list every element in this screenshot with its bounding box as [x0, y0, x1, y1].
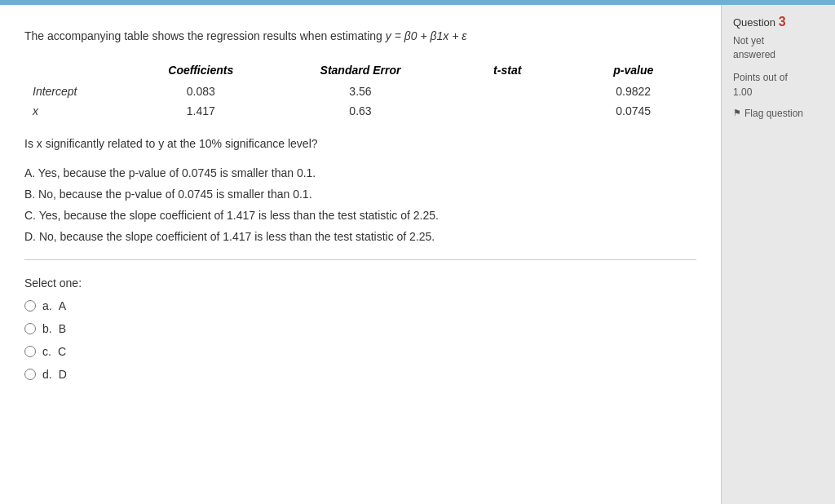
radio-label-a: a.: [42, 299, 52, 312]
question-num: 3: [779, 15, 786, 29]
not-answered-status: Not yetanswered: [733, 34, 824, 62]
radio-display-c: C: [58, 345, 66, 358]
answer-options: A. Yes, because the p-value of 0.0745 is…: [24, 166, 696, 243]
radio-input-b[interactable]: [24, 323, 36, 334]
radio-display-b: B: [59, 322, 66, 335]
x-std-error: 0.63: [276, 101, 444, 121]
radio-option-b[interactable]: b. B: [24, 322, 696, 335]
x-coeff: 1.417: [126, 101, 276, 121]
radio-group: a. A b. B c. C d. D: [24, 299, 696, 381]
x-t-stat: [444, 101, 571, 121]
col-header-coefficients: Coefficients: [126, 59, 276, 82]
radio-label-d: d.: [42, 368, 52, 381]
regression-table: Coefficients Standard Error t-stat p-val…: [24, 59, 696, 121]
significance-question: Is x significantly related to y at the 1…: [24, 137, 696, 150]
main-content: The accompanying table shows the regress…: [0, 5, 721, 504]
radio-option-c[interactable]: c. C: [24, 345, 696, 358]
radio-option-d[interactable]: d. D: [24, 368, 696, 381]
not-yet-text: Not yetanswered: [733, 35, 775, 60]
radio-input-d[interactable]: [24, 369, 36, 380]
option-b: B. No, because the p-value of 0.0745 is …: [24, 188, 696, 201]
col-header-std-error: Standard Error: [276, 59, 444, 82]
option-a: A. Yes, because the p-value of 0.0745 is…: [24, 166, 696, 179]
intercept-t-stat: [444, 82, 571, 101]
intercept-p-value: 0.9822: [570, 82, 696, 101]
flag-question-button[interactable]: ⚑ Flag question: [733, 108, 824, 119]
select-one-label: Select one:: [24, 276, 696, 290]
points-value: 1.00: [733, 86, 824, 98]
divider: [24, 259, 696, 260]
radio-option-a[interactable]: a. A: [24, 299, 696, 312]
points-out-of-label: Points out of: [733, 72, 824, 83]
row-label-x: x: [24, 101, 126, 121]
question-intro: The accompanying table shows the regress…: [24, 29, 696, 42]
flag-icon: ⚑: [733, 108, 741, 118]
sidebar: Question 3 Not yetanswered Points out of…: [721, 5, 835, 504]
flag-question-label: Flag question: [744, 108, 803, 119]
table-row: x 1.417 0.63 0.0745: [24, 101, 696, 121]
intercept-coeff: 0.083: [126, 82, 276, 101]
row-label-intercept: Intercept: [24, 82, 126, 101]
option-d: D. No, because the slope coefficient of …: [24, 230, 696, 243]
question-text: Question: [733, 16, 779, 29]
radio-label-c: c.: [42, 345, 51, 358]
question-number-label: Question 3: [733, 15, 824, 29]
col-header-t-stat: t-stat: [444, 59, 571, 82]
intercept-std-error: 3.56: [276, 82, 444, 101]
x-p-value: 0.0745: [570, 101, 696, 121]
radio-display-d: D: [59, 368, 67, 381]
table-row: Intercept 0.083 3.56 0.9822: [24, 82, 696, 101]
radio-label-b: b.: [42, 322, 52, 335]
radio-input-a[interactable]: [24, 300, 36, 312]
radio-input-c[interactable]: [24, 346, 36, 357]
col-header-p-value: p-value: [570, 59, 696, 82]
option-c: C. Yes, because the slope coefficient of…: [24, 209, 696, 222]
radio-display-a: A: [59, 299, 66, 312]
